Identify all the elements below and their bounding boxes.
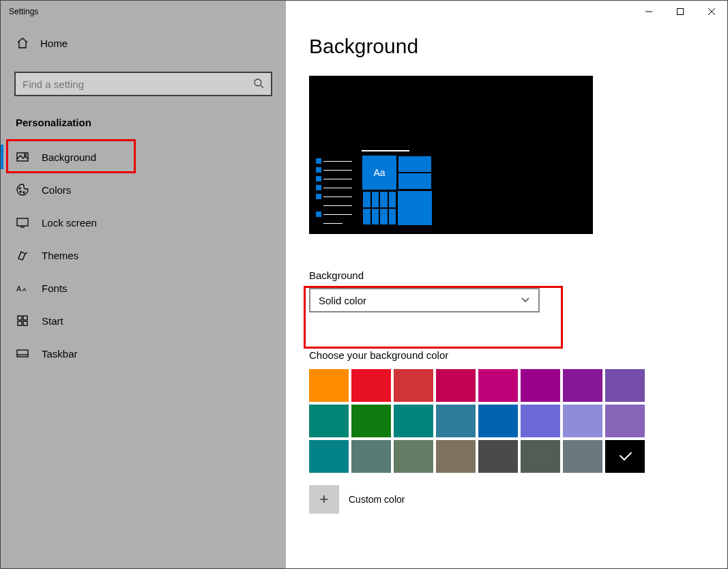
desktop-preview: Aa [309,76,593,234]
color-swatch[interactable] [605,405,645,437]
svg-rect-11 [17,218,28,226]
color-swatch[interactable] [351,369,391,402]
color-swatch[interactable] [309,405,349,437]
color-swatch[interactable] [563,440,602,473]
svg-rect-19 [17,350,28,357]
sidebar-item-label: Colors [42,184,71,196]
close-button[interactable] [696,1,727,22]
svg-point-4 [254,79,261,86]
color-swatch[interactable] [478,405,518,437]
search-input[interactable] [23,78,240,90]
titlebar-sidebar-bg: Settings [1,1,286,23]
sidebar-item-label: Themes [42,250,78,261]
color-swatch[interactable] [478,369,518,402]
background-dropdown[interactable]: Solid color [309,288,540,312]
preview-tiles: Aa [362,150,433,226]
sidebar-category: Personalization [1,111,286,141]
svg-point-10 [23,192,25,193]
svg-line-5 [261,85,263,88]
sidebar-item-label: Fonts [42,282,68,294]
custom-color-button[interactable]: + [309,485,339,514]
search-box[interactable] [14,72,272,96]
color-swatch[interactable] [563,369,602,402]
custom-color-label: Custom color [349,494,405,505]
sidebar-item-colors[interactable]: Colors [1,173,286,206]
sidebar-item-themes[interactable]: Themes [1,239,286,272]
color-swatch[interactable] [351,440,391,473]
background-icon [16,150,29,164]
colors-icon [16,183,29,196]
color-swatch[interactable] [309,440,349,473]
preview-sample-text: Aa [362,155,397,190]
chevron-down-icon [521,295,530,306]
sidebar-item-lockscreen[interactable]: Lock screen [1,206,286,239]
sidebar-item-taskbar[interactable]: Taskbar [1,337,286,370]
color-swatch[interactable] [521,440,560,473]
search-icon [253,78,264,91]
svg-point-9 [20,191,21,192]
choose-color-label: Choose your background color [309,349,727,361]
sidebar-home-label: Home [40,38,68,49]
sidebar-item-label: Background [42,151,96,163]
sidebar: Home Personalization Background [1,1,286,568]
color-swatch[interactable] [436,369,476,402]
svg-point-7 [25,154,27,156]
sidebar-item-label: Start [42,315,63,327]
sidebar-item-start[interactable]: Start [1,304,286,337]
color-swatch[interactable] [478,440,518,473]
main-pane: Background [286,1,727,568]
color-swatch[interactable] [394,440,433,473]
fonts-icon: AA [16,281,29,295]
color-swatch[interactable] [436,405,476,437]
page-title: Background [309,35,727,58]
color-swatch[interactable] [309,369,349,402]
color-swatch[interactable] [521,369,560,402]
color-swatch[interactable] [521,405,560,437]
home-icon [16,36,29,50]
themes-icon [16,248,29,262]
color-swatch[interactable] [394,405,433,437]
svg-point-8 [19,188,20,189]
svg-rect-1 [678,8,684,14]
color-swatch[interactable] [351,405,391,437]
background-dropdown-label: Background [309,269,727,281]
plus-icon: + [320,491,329,508]
maximize-button[interactable] [665,1,696,22]
sidebar-item-fonts[interactable]: AA Fonts [1,272,286,304]
start-icon [16,314,29,327]
sidebar-item-background[interactable]: Background [1,141,286,173]
background-dropdown-value: Solid color [319,295,366,306]
color-swatch[interactable] [605,369,645,402]
color-swatch-grid [309,369,727,473]
svg-text:A: A [23,287,27,293]
sidebar-item-label: Taskbar [42,348,78,360]
svg-rect-15 [18,316,22,320]
lockscreen-icon [16,216,29,229]
sidebar-item-label: Lock screen [42,217,97,229]
taskbar-icon [16,347,29,360]
svg-rect-16 [23,316,27,320]
color-swatch[interactable] [394,369,433,402]
svg-rect-18 [23,321,27,325]
window-title: Settings [9,7,38,16]
color-swatch[interactable] [605,440,645,473]
color-swatch[interactable] [563,405,602,437]
svg-text:A: A [16,284,22,293]
color-swatch[interactable] [436,440,476,473]
preview-start-menu [316,158,352,226]
minimize-button[interactable] [633,1,665,22]
sidebar-home[interactable]: Home [1,29,286,57]
svg-rect-17 [18,321,22,325]
